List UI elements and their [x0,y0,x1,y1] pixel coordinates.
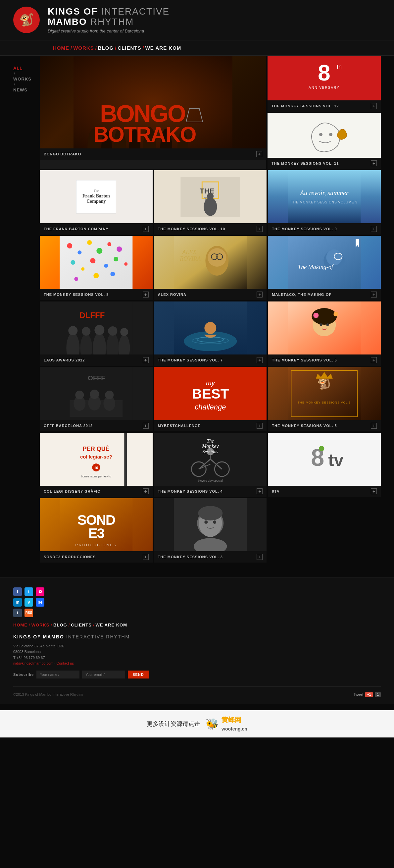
monkey8-caption: THE MONKEY SESSIONS VOL. 8 + [40,289,153,300]
address-email-link[interactable]: nid@kingsofmambo.com [13,661,53,665]
maletco-title: MALET&CO, THE MAKING-OF [272,292,331,297]
filter-works[interactable]: WORKS [13,76,40,82]
watermark-text: 更多设计资源请点击 [147,720,200,728]
grid-item-monkey6[interactable]: THE MONKEY SESSIONS VOL. 6 + [268,302,381,366]
monkey7-plus-btn[interactable]: + [257,357,263,363]
logo-circle: 🐒 [13,7,40,33]
monkey4-plus-btn[interactable]: + [257,488,263,494]
svg-point-38 [117,247,122,252]
svg-text:8: 8 [318,60,330,85]
maletco-plus-btn[interactable]: + [371,291,377,298]
address-line1: Via Laietana 37, 4a planta, D36 [13,643,381,649]
nav-wearekom[interactable]: WE ARE KOM [145,40,182,55]
grid-item-mybestchallenge[interactable]: my BEST challenge MYBESTCHALLENGE + [154,367,267,431]
grid-item-offf[interactable]: OFFF OFFF BARCELONA 2012 + [40,367,153,431]
filter-all[interactable]: ALL [13,66,40,70]
monkey12-plus-btn[interactable]: + [371,103,377,109]
nav-blog[interactable]: BLOG [98,40,113,55]
mybestchallenge-image: my BEST challenge [154,367,267,420]
monkey10-plus-btn[interactable]: + [257,226,263,232]
footer-nav-blog[interactable]: BLOG [53,622,67,627]
maletco-illustration: The Making-of [268,236,381,289]
grid-item-monkey3[interactable]: THE MONKEY SESSIONS VOL. 3 + [154,498,267,562]
frankbarton-illustration: The Frank Barton Company [40,170,153,223]
footer-nav-clients[interactable]: CLIENTS [71,622,92,627]
monkey11-plus-btn[interactable]: + [371,160,377,166]
subscribe-btn[interactable]: SEND [128,671,149,679]
footer-nav-works[interactable]: WORKS [31,622,50,627]
8tv-plus-btn[interactable]: + [371,488,377,494]
gplus-btn[interactable]: +1 [365,692,373,697]
grid-item-lausawards[interactable]: DLFFF LAUS AWARDS 2012 + [40,302,153,366]
mybestchallenge-plus-btn[interactable]: + [257,423,263,429]
8tv-title: 8TV [272,489,280,493]
address-contact-link[interactable]: Contact us [56,661,74,665]
twitter-icon[interactable]: t [25,587,33,596]
brand-text: KINGS OF INTERACTIVE MAMBO RHYTHM Digita… [48,7,169,33]
monkey7-illustration [154,302,267,354]
frankbarton-plus-btn[interactable]: + [143,226,149,232]
subscribe-name-input[interactable] [36,671,79,679]
monkey6-image [268,302,381,354]
monkey3-plus-btn[interactable]: + [257,554,263,560]
grid-item-collegi[interactable]: PER QUÈ col·legiar-se? 10 bones raons pe… [40,433,153,497]
grid-item-monkey4[interactable]: The Monkey Sessions bicycle day special … [154,433,267,497]
alexrovira-caption: ALEX ROVIRA + [154,289,267,300]
behance-icon[interactable]: bē [36,598,44,607]
rss-icon[interactable]: RSS [25,609,33,617]
monkey12-image: 8 th ANNIVERSARY [267,56,381,100]
subscribe-email-input[interactable] [82,671,125,679]
footer-brand-bold: KINGS OF MAMBO [13,634,64,640]
monkey5-image: 🐒 THE MONKEY SESSIONS VOL 5 [268,367,381,420]
grid-item-monkey9[interactable]: Au revoir, summer THE MONKEY SESSIONS VO… [268,170,381,235]
footer-nav-home[interactable]: HOME [13,622,28,627]
grid-item-monkey8[interactable]: THE MONKEY SESSIONS VOL. 8 + [40,236,153,300]
svg-point-75 [184,331,237,351]
lausawards-plus-btn[interactable]: + [143,357,149,363]
facebook-icon[interactable]: f [13,587,22,596]
vimeo-icon[interactable]: v [25,598,33,607]
filter-news[interactable]: NEWS [13,88,40,92]
footer-nav-wearekom[interactable]: WE ARE KOM [96,622,127,627]
flickr-icon[interactable]: ✿ [36,587,44,596]
monkey6-plus-btn[interactable]: + [371,357,377,363]
grid-item-alexrovira[interactable]: ALEX ROVIRA ALEX ROVIRA + [154,236,267,300]
monkey7-image [154,302,267,354]
grid-row-1: The Frank Barton Company THE FRANK BARTO… [40,170,381,235]
grid-item-monkey12[interactable]: 8 th ANNIVERSARY THE MONKEY SESSIONS VOL… [267,56,381,112]
svg-text:Sessions: Sessions [202,449,218,454]
svg-rect-29 [288,170,361,223]
grid-item-sonde3[interactable]: SOND E3 PRODUCCIONES SONDE3 PRODUCCIONES… [40,498,153,562]
nav-works[interactable]: WORKS [73,40,94,55]
grid-item-monkey10[interactable]: THE TV THE MONKEY SESSIONS VOL. 10 + [154,170,267,235]
frankbarton-image: The Frank Barton Company [40,170,153,223]
tweet-btn[interactable]: Tweet [354,692,363,696]
nav-home[interactable]: HOME [53,40,69,55]
bongo-plus-btn[interactable]: + [256,151,262,157]
grid-item-8tv[interactable]: 8 tv 8TV + [268,433,381,497]
grid-item-monkey11[interactable]: THE MONKEY SESSIONS VOL. 11 + [267,113,381,169]
svg-point-84 [320,323,323,326]
8tv-caption: 8TV + [268,486,381,497]
nav-clients[interactable]: CLIENTS [118,40,141,55]
monkey9-plus-btn[interactable]: + [371,226,377,232]
collegi-plus-btn[interactable]: + [143,488,149,494]
grid-item-maletco[interactable]: The Making-of MALET&CO, THE MAKING-OF + [268,236,381,300]
social-icons-area: f t ✿ in v bē t RSS [13,587,381,617]
linkedin-icon[interactable]: in [13,598,22,607]
alexrovira-title: ALEX ROVIRA [158,292,187,297]
featured-bongo-botrako[interactable]: BONGO BOTRAKO BONGO BOTRAKO + [40,56,266,169]
monkey12-caption: THE MONKEY SESSIONS VOL. 12 + [267,100,381,112]
monkey5-plus-btn[interactable]: + [371,423,377,429]
tumblr-icon[interactable]: t [13,609,22,617]
offf-plus-btn[interactable]: + [143,423,149,429]
monkey11-image [267,113,381,158]
grid-item-monkey7[interactable]: THE MONKEY SESSIONS VOL. 7 + [154,302,267,366]
monkey8-plus-btn[interactable]: + [143,291,149,298]
alexrovira-plus-btn[interactable]: + [257,291,263,298]
grid-item-empty [268,498,381,562]
monkey10-illustration: THE TV [154,170,267,223]
grid-item-monkey5[interactable]: 🐒 THE MONKEY SESSIONS VOL 5 THE MONKEY S… [268,367,381,431]
sonde3-plus-btn[interactable]: + [143,554,149,560]
grid-item-frankbarton[interactable]: The Frank Barton Company THE FRANK BARTO… [40,170,153,235]
